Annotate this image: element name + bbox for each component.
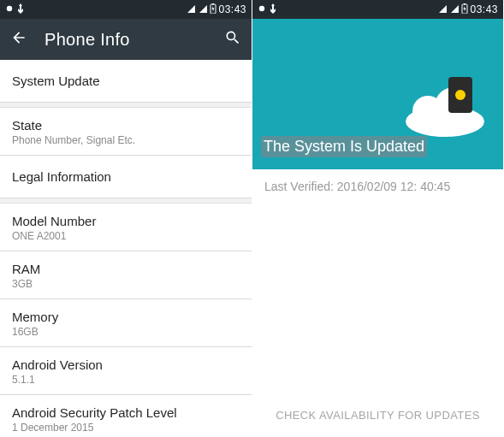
svg-point-0 [7,6,12,11]
update-hero: The System Is Updated [252,19,503,169]
app-bar: Phone Info [0,19,252,60]
usb-icon [270,3,276,16]
signal-icon [258,3,266,15]
usb-icon [17,3,24,16]
phone-left: 03:43 Phone Info System Update State Pho… [0,0,252,437]
row-legal[interactable]: Legal Information [0,156,252,198]
row-ram[interactable]: RAM 3GB [0,251,252,299]
no-sim-icon [186,3,196,16]
cloud-device-icon [402,68,488,140]
status-bar: 03:43 [252,0,503,19]
no-sim-icon-2 [449,3,460,16]
row-memory[interactable]: Memory 16GB [0,299,252,347]
battery-charging-icon [461,3,468,16]
battery-charging-icon [210,3,216,16]
check-updates-button[interactable]: CHECK AVAILABILITY FOR UPDATES [252,395,503,437]
signal-icon [5,3,14,15]
row-system-update[interactable]: System Update [0,60,252,103]
page-title: Phone Info [44,30,207,50]
status-bar: 03:43 [0,0,252,19]
phone-right: 03:43 The System Is Updated Last Verifie… [252,0,503,437]
row-security-patch[interactable]: Android Security Patch Level 1 December … [0,395,252,437]
back-icon[interactable] [10,29,27,50]
last-verified: Last Verified: 2016/02/09 12: 40:45 [252,169,503,204]
clock: 03:43 [218,3,246,15]
row-model[interactable]: Model Number ONE A2001 [0,204,252,251]
no-sim-icon-2 [198,3,208,16]
search-icon[interactable] [224,29,241,50]
update-status-text: The System Is Updated [261,136,427,157]
svg-point-14 [455,90,465,100]
svg-rect-9 [464,3,465,5]
row-android-version[interactable]: Android Version 5.1.1 [0,347,252,395]
svg-rect-4 [212,3,214,5]
settings-list: System Update State Phone Number, Signal… [0,60,252,437]
svg-point-5 [259,6,264,11]
row-state[interactable]: State Phone Number, Signal Etc. [0,108,252,156]
clock: 03:43 [470,3,498,15]
no-sim-icon [437,3,448,16]
